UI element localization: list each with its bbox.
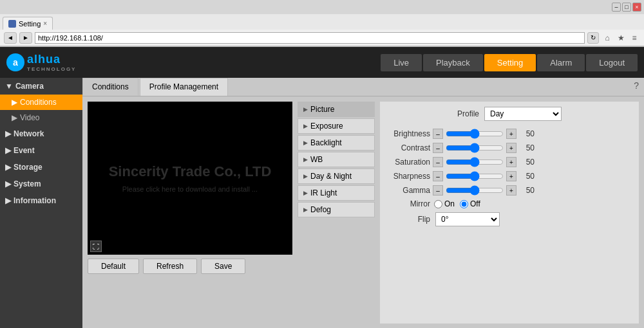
contrast-minus[interactable]: – xyxy=(433,143,443,153)
gamma-plus[interactable]: + xyxy=(506,185,516,196)
arrow-icon: ▶ xyxy=(12,113,17,122)
arrow-icon: ▶ xyxy=(5,129,11,138)
logo-icon: a xyxy=(6,53,24,71)
profile-select[interactable]: Day Night Normal xyxy=(484,107,562,121)
flip-select[interactable]: 0° 90° 180° 270° xyxy=(435,212,500,226)
brightness-label: Brightness xyxy=(385,129,430,138)
sidebar-item-conditions[interactable]: ▶ Conditions xyxy=(0,95,82,110)
tab-title: Setting xyxy=(19,20,41,28)
contrast-slider[interactable] xyxy=(446,144,504,152)
panel-item-ir-light[interactable]: ▶ IR Light xyxy=(298,185,375,201)
brightness-plus[interactable]: + xyxy=(506,129,516,139)
sidebar-section-event[interactable]: ▶ Event xyxy=(0,142,82,159)
panel-arrow-icon: ▶ xyxy=(303,190,308,196)
contrast-label: Contrast xyxy=(385,143,430,152)
sidebar-item-video[interactable]: ▶ Video xyxy=(0,110,82,125)
content-area: Conditions Profile Management ? Sincerit… xyxy=(82,78,644,328)
maximize-button[interactable]: □ xyxy=(622,3,631,12)
saturation-slider[interactable] xyxy=(446,158,504,166)
sidebar-section-camera[interactable]: ▼ Camera xyxy=(0,78,82,95)
title-bar-buttons: – □ × xyxy=(612,3,641,12)
contrast-value: 50 xyxy=(519,143,535,152)
browser-chrome: – □ × Setting × ◄ ► ↻ ⌂ ★ ≡ xyxy=(0,0,644,47)
sharpness-plus[interactable]: + xyxy=(506,171,516,181)
save-button[interactable]: Save xyxy=(201,259,245,274)
close-button[interactable]: × xyxy=(632,3,641,12)
saturation-minus[interactable]: – xyxy=(433,157,443,167)
saturation-plus[interactable]: + xyxy=(506,157,516,167)
sharpness-slider[interactable] xyxy=(446,172,504,180)
logo-text: alhua TECHNOLOGY xyxy=(27,53,76,72)
panel-item-picture[interactable]: ▶ Picture xyxy=(298,102,375,117)
sharpness-row: Sharpness – + 50 xyxy=(385,171,634,181)
forward-button[interactable]: ► xyxy=(19,32,32,44)
main-content: ▼ Camera ▶ Conditions ▶ Video ▶ Network … xyxy=(0,78,644,328)
arrow-icon: ▶ xyxy=(5,163,11,172)
panel-arrow-icon: ▶ xyxy=(303,156,308,163)
arrow-icon: ▶ xyxy=(5,196,11,205)
brightness-row: Brightness – + 50 xyxy=(385,129,634,139)
gamma-minus[interactable]: – xyxy=(433,185,443,196)
minimize-button[interactable]: – xyxy=(612,3,621,12)
logo: a alhua TECHNOLOGY xyxy=(6,53,76,72)
sharpness-minus[interactable]: – xyxy=(433,171,443,181)
tab-bar: Setting × xyxy=(0,14,644,30)
tab-live[interactable]: Live xyxy=(381,54,422,71)
content-tabs: Conditions Profile Management ? xyxy=(82,78,644,96)
mirror-off-radio[interactable]: Off xyxy=(460,199,480,208)
sidebar: ▼ Camera ▶ Conditions ▶ Video ▶ Network … xyxy=(0,78,82,328)
sidebar-storage-label: Storage xyxy=(14,163,43,172)
arrow-icon: ▶ xyxy=(5,179,11,188)
home-icon[interactable]: ⌂ xyxy=(601,32,613,44)
panel-item-exposure[interactable]: ▶ Exposure xyxy=(298,118,375,134)
brightness-value: 50 xyxy=(519,129,535,138)
mirror-off-input[interactable] xyxy=(460,200,468,208)
default-button[interactable]: Default xyxy=(88,259,139,274)
brightness-slider[interactable] xyxy=(446,130,504,138)
address-bar: ◄ ► ↻ ⌂ ★ ≡ xyxy=(0,30,644,46)
panel-item-day-night[interactable]: ▶ Day & Night xyxy=(298,169,375,184)
fullscreen-button[interactable]: ⛶ xyxy=(90,241,102,252)
sidebar-section-network[interactable]: ▶ Network xyxy=(0,125,82,142)
tab-setting[interactable]: Setting xyxy=(484,54,536,71)
profile-label: Profile xyxy=(457,109,479,118)
profile-row: Profile Day Night Normal xyxy=(385,107,634,121)
url-input[interactable] xyxy=(35,32,585,44)
content-tab-profile-management[interactable]: Profile Management xyxy=(140,78,228,96)
video-watermark: Sincerity Trade Co., LTD Please click he… xyxy=(109,163,272,193)
brightness-minus[interactable]: – xyxy=(433,129,443,139)
gamma-label: Gamma xyxy=(385,186,430,195)
panel-item-defog[interactable]: ▶ Defog xyxy=(298,202,375,217)
sidebar-section-information[interactable]: ▶ Information xyxy=(0,192,82,209)
back-button[interactable]: ◄ xyxy=(4,32,17,44)
saturation-value: 50 xyxy=(519,158,535,167)
sidebar-system-label: System xyxy=(14,179,41,188)
logo-main: alhua xyxy=(27,53,76,66)
arrow-icon: ▼ xyxy=(5,82,13,91)
star-icon[interactable]: ★ xyxy=(615,32,627,44)
help-icon[interactable]: ? xyxy=(629,78,644,96)
panel-item-wb[interactable]: ▶ WB xyxy=(298,152,375,167)
mirror-on-radio[interactable]: On xyxy=(434,199,455,208)
tab-alarm[interactable]: Alarm xyxy=(537,54,585,71)
arrow-icon: ▶ xyxy=(12,98,17,107)
content-tab-conditions[interactable]: Conditions xyxy=(82,78,138,96)
go-button[interactable]: ↻ xyxy=(587,32,599,44)
mirror-radio-group: On Off xyxy=(434,199,480,208)
tab-logout[interactable]: Logout xyxy=(586,54,638,71)
mirror-on-input[interactable] xyxy=(434,200,442,208)
gamma-slider[interactable] xyxy=(446,187,504,194)
browser-tab[interactable]: Setting × xyxy=(3,17,53,30)
menu-icon[interactable]: ≡ xyxy=(629,32,640,44)
tab-close-button[interactable]: × xyxy=(43,20,47,27)
panel-arrow-icon: ▶ xyxy=(303,206,308,213)
refresh-button[interactable]: Refresh xyxy=(143,259,197,274)
app: a alhua TECHNOLOGY Live Playback Setting… xyxy=(0,47,644,328)
action-buttons: Default Refresh Save xyxy=(88,259,292,274)
panel-item-backlight[interactable]: ▶ Backlight xyxy=(298,135,375,150)
sidebar-section-system[interactable]: ▶ System xyxy=(0,176,82,192)
settings-panel: Profile Day Night Normal Brightness – + xyxy=(380,102,639,323)
contrast-plus[interactable]: + xyxy=(506,143,516,153)
tab-playback[interactable]: Playback xyxy=(423,54,483,71)
sidebar-section-storage[interactable]: ▶ Storage xyxy=(0,159,82,176)
